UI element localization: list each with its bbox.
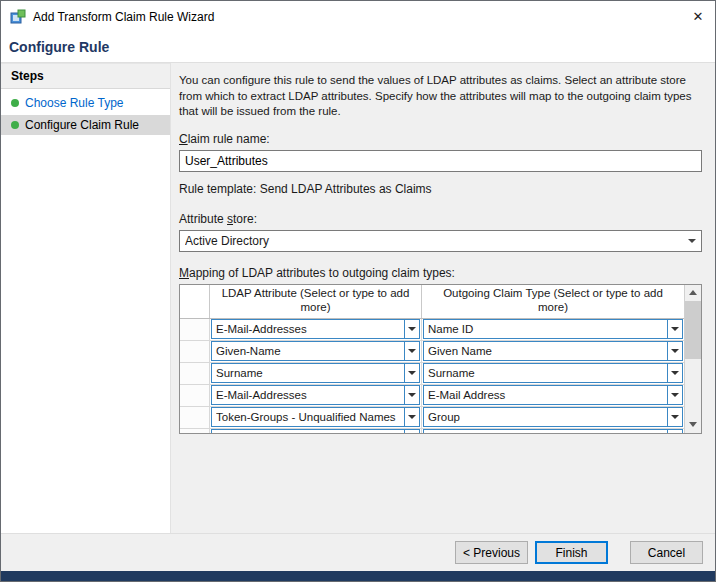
wizard-icon bbox=[10, 9, 26, 25]
step-label: Configure Claim Rule bbox=[25, 118, 139, 132]
row-selector-cell[interactable] bbox=[180, 407, 210, 428]
chevron-down-icon[interactable] bbox=[667, 364, 682, 382]
mapping-row: Token-Groups - Unqualified Names Group bbox=[180, 407, 684, 429]
chevron-down-icon[interactable] bbox=[667, 386, 682, 404]
chevron-down-icon[interactable] bbox=[404, 430, 419, 433]
sidebar-item-choose-rule-type[interactable]: Choose Rule Type bbox=[1, 93, 170, 113]
mapping-row-partial bbox=[180, 429, 684, 433]
window-title: Add Transform Claim Rule Wizard bbox=[33, 10, 214, 24]
step-label: Choose Rule Type bbox=[25, 96, 124, 110]
chevron-down-icon[interactable] bbox=[667, 320, 682, 338]
scrollbar-track[interactable] bbox=[685, 301, 701, 417]
outgoing-claim-cell: Name ID bbox=[422, 319, 684, 340]
label-text: apping of LDAP attributes to outgoing cl… bbox=[189, 266, 455, 280]
ldap-attribute-cell: E-Mail-Addresses bbox=[210, 319, 422, 340]
outgoing-claim-cell: Group bbox=[422, 407, 684, 428]
previous-button[interactable]: < Previous bbox=[455, 541, 528, 564]
outgoing-claim-select[interactable]: E-Mail Address bbox=[423, 385, 683, 405]
chevron-down-icon[interactable] bbox=[667, 408, 682, 426]
rule-template-text: Rule template: Send LDAP Attributes as C… bbox=[179, 182, 702, 196]
bottom-accent-band bbox=[1, 571, 715, 581]
row-selector-header bbox=[180, 285, 210, 318]
close-button[interactable]: ✕ bbox=[681, 1, 715, 32]
sidebar-item-configure-claim-rule[interactable]: Configure Claim Rule bbox=[1, 115, 170, 135]
attribute-store-label: Attribute store: bbox=[179, 212, 702, 226]
add-transform-claim-rule-wizard-window: Add Transform Claim Rule Wizard ✕ Config… bbox=[0, 0, 716, 582]
combo-value: Group bbox=[428, 411, 667, 423]
mapping-row: Surname Surname bbox=[180, 363, 684, 385]
combo-value: E-Mail Address bbox=[428, 389, 667, 401]
ldap-attribute-select[interactable]: Surname bbox=[211, 363, 420, 383]
ldap-attribute-cell: Token-Groups - Unqualified Names bbox=[210, 407, 422, 428]
label-text: laim rule name: bbox=[188, 132, 270, 146]
ldap-attribute-cell: Surname bbox=[210, 363, 422, 384]
combo-value: Surname bbox=[216, 367, 404, 379]
cancel-button[interactable]: Cancel bbox=[630, 541, 703, 564]
row-selector-cell[interactable] bbox=[180, 429, 210, 433]
footer-button-bar: < Previous Finish Cancel bbox=[1, 533, 715, 571]
description-text: You can configure this rule to send the … bbox=[179, 73, 702, 120]
step-complete-icon bbox=[11, 121, 19, 129]
chevron-down-icon[interactable] bbox=[404, 364, 419, 382]
outgoing-claim-select[interactable]: Surname bbox=[423, 363, 683, 383]
ldap-attribute-select[interactable] bbox=[211, 429, 420, 433]
ldap-attribute-column-header: LDAP Attribute (Select or type to add mo… bbox=[210, 285, 422, 318]
mapping-grid-content: LDAP Attribute (Select or type to add mo… bbox=[180, 285, 684, 433]
mapping-row: E-Mail-Addresses E-Mail Address bbox=[180, 385, 684, 407]
row-selector-cell[interactable] bbox=[180, 363, 210, 384]
combo-value: Token-Groups - Unqualified Names bbox=[216, 411, 404, 423]
chevron-down-icon[interactable] bbox=[404, 386, 419, 404]
chevron-down-icon[interactable] bbox=[667, 342, 682, 360]
claim-rule-name-input[interactable] bbox=[179, 150, 702, 172]
ldap-attribute-cell bbox=[210, 429, 422, 433]
steps-sidebar: Steps Choose Rule Type Configure Claim R… bbox=[1, 63, 171, 533]
ldap-attribute-select[interactable]: Given-Name bbox=[211, 341, 420, 361]
row-selector-cell[interactable] bbox=[180, 385, 210, 406]
label-text: tore: bbox=[233, 212, 257, 226]
ldap-attribute-select[interactable]: E-Mail-Addresses bbox=[211, 319, 420, 339]
scrollbar-thumb[interactable] bbox=[685, 301, 701, 359]
outgoing-claim-select[interactable] bbox=[423, 429, 683, 433]
label-text: Attribute bbox=[179, 212, 227, 226]
combo-value: E-Mail-Addresses bbox=[216, 389, 404, 401]
outgoing-claim-column-header: Outgoing Claim Type (Select or type to a… bbox=[422, 285, 684, 318]
ldap-attribute-select[interactable]: E-Mail-Addresses bbox=[211, 385, 420, 405]
ldap-attribute-select[interactable]: Token-Groups - Unqualified Names bbox=[211, 407, 420, 427]
outgoing-claim-select[interactable]: Given Name bbox=[423, 341, 683, 361]
wizard-body: Steps Choose Rule Type Configure Claim R… bbox=[1, 63, 715, 533]
outgoing-claim-select[interactable]: Name ID bbox=[423, 319, 683, 339]
mapping-grid-header: LDAP Attribute (Select or type to add mo… bbox=[180, 285, 684, 319]
attribute-store-value: Active Directory bbox=[185, 234, 683, 248]
chevron-down-icon bbox=[683, 231, 701, 251]
attribute-store-select[interactable]: Active Directory bbox=[179, 230, 702, 252]
scroll-down-button[interactable] bbox=[685, 417, 701, 433]
label-accesskey: M bbox=[179, 266, 189, 280]
mapping-row: E-Mail-Addresses Name ID bbox=[180, 319, 684, 341]
outgoing-claim-select[interactable]: Group bbox=[423, 407, 683, 427]
combo-value: Name ID bbox=[428, 323, 667, 335]
ldap-attribute-cell: Given-Name bbox=[210, 341, 422, 362]
row-selector-cell[interactable] bbox=[180, 319, 210, 340]
scroll-up-button[interactable] bbox=[685, 285, 701, 301]
combo-value: E-Mail-Addresses bbox=[216, 323, 404, 335]
claim-rule-name-label: Claim rule name: bbox=[179, 132, 702, 146]
main-panel: You can configure this rule to send the … bbox=[171, 63, 715, 533]
step-complete-icon bbox=[11, 99, 19, 107]
outgoing-claim-cell: Given Name bbox=[422, 341, 684, 362]
outgoing-claim-cell bbox=[422, 429, 684, 433]
combo-value: Given-Name bbox=[216, 345, 404, 357]
titlebar: Add Transform Claim Rule Wizard ✕ bbox=[1, 1, 715, 32]
chevron-down-icon[interactable] bbox=[404, 408, 419, 426]
grid-scrollbar[interactable] bbox=[684, 285, 701, 433]
row-selector-cell[interactable] bbox=[180, 341, 210, 362]
outgoing-claim-cell: E-Mail Address bbox=[422, 385, 684, 406]
chevron-down-icon[interactable] bbox=[667, 430, 682, 433]
chevron-down-icon[interactable] bbox=[404, 320, 419, 338]
combo-value: Surname bbox=[428, 367, 667, 379]
mapping-row: Given-Name Given Name bbox=[180, 341, 684, 363]
steps-header: Steps bbox=[1, 63, 170, 89]
combo-value: Given Name bbox=[428, 345, 667, 357]
finish-button[interactable]: Finish bbox=[535, 541, 608, 564]
chevron-down-icon[interactable] bbox=[404, 342, 419, 360]
ldap-attribute-cell: E-Mail-Addresses bbox=[210, 385, 422, 406]
